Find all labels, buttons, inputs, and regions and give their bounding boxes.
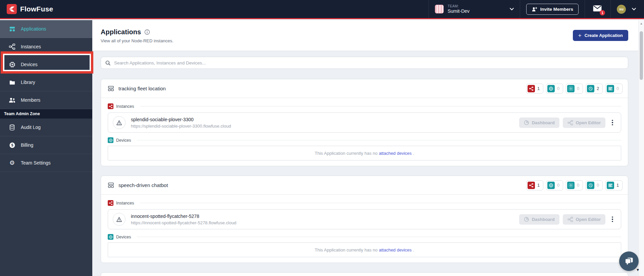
sidebar-nav: Applications Instances Devices (0, 20, 92, 276)
sidebar-item-instances[interactable]: Instances (0, 38, 92, 56)
chip-icon (108, 137, 113, 143)
sidebar-item-members[interactable]: Members (0, 91, 92, 109)
instance-row[interactable]: splendid-sociable-plover-3300 https://sp… (108, 112, 621, 133)
invite-members-label: Invite Members (540, 7, 573, 12)
kebab-menu-icon[interactable] (609, 119, 616, 127)
sidebar-item-library[interactable]: Library (0, 74, 92, 91)
node-red-icon (108, 103, 113, 109)
devices-icon (9, 61, 15, 68)
sidebar-item-label: Audit Log (21, 125, 41, 130)
dollar-icon: $ (9, 142, 15, 148)
snapshots-count-badge: 2 (586, 84, 603, 94)
attached-devices-link[interactable]: attached devices (379, 151, 412, 156)
application-name[interactable]: tracking fleet location (118, 86, 166, 91)
create-application-label: Create Application (585, 33, 623, 38)
sidebar-item-applications[interactable]: Applications (0, 20, 92, 38)
person-plus-icon (532, 6, 537, 12)
team-switcher[interactable]: TEAM: Sumit-Dev (429, 0, 520, 18)
instance-name[interactable]: splendid-sociable-plover-3300 (131, 117, 231, 122)
main-content: Applications View all of your Node-RED i… (92, 20, 638, 276)
brand-name: FlowFuse (20, 5, 53, 13)
pie-chart-icon (524, 120, 529, 125)
notification-badge: 1 (600, 10, 605, 15)
search-bar (101, 57, 628, 69)
folder-icon (9, 79, 15, 86)
dashboard-button[interactable]: Dashboard (519, 118, 559, 128)
user-avatar[interactable]: su (617, 5, 626, 14)
attached-devices-link[interactable]: attached devices (379, 247, 412, 252)
application-card-header[interactable]: tracking fleet location 1 (101, 79, 628, 98)
sidebar-item-label: Devices (21, 62, 38, 67)
sidebar-item-label: Members (21, 97, 40, 103)
instance-name[interactable]: innocent-spotted-flycatcher-5278 (131, 214, 236, 219)
sidebar-item-billing[interactable]: $ Billing (0, 136, 92, 154)
kebab-menu-icon[interactable] (609, 215, 616, 224)
sidebar-item-label: Billing (21, 142, 33, 148)
device-group-icon (567, 182, 575, 189)
application-badges: 1 0 (526, 180, 623, 190)
chat-widget-button[interactable] (619, 251, 639, 271)
applications-icon (9, 26, 15, 32)
application-card-header[interactable]: speech-driven chatbot 1 (101, 176, 628, 195)
scrollbar-thumb[interactable] (640, 31, 643, 80)
open-editor-button[interactable]: Open Editor (563, 118, 605, 128)
open-editor-label: Open Editor (576, 217, 601, 222)
page-subtitle: View all of your Node-RED instances. (101, 38, 174, 43)
application-card: test 3 (101, 272, 628, 276)
invite-members-button[interactable]: Invite Members (526, 4, 579, 15)
instance-status-icon (113, 213, 126, 226)
sidebar-item-audit-log[interactable]: Audit Log (0, 119, 92, 136)
chip-icon (547, 85, 555, 92)
divider (140, 203, 621, 203)
chat-caret-icon[interactable]: ▾ (637, 267, 639, 272)
application-icon (108, 85, 114, 92)
notifications-button[interactable]: 1 (593, 5, 602, 13)
instances-section-label: Instances (116, 201, 134, 205)
instances-count-badge: 1 (526, 180, 543, 190)
node-red-icon (528, 182, 535, 189)
user-menu-chevron-icon[interactable] (632, 8, 636, 10)
device-groups-count-badge: 0 (566, 84, 583, 94)
sidebar-item-devices[interactable]: Devices (0, 56, 92, 74)
node-red-flow-icon (567, 120, 573, 126)
device-group-icon (567, 85, 575, 92)
sidebar-item-label: Applications (21, 26, 46, 32)
application-card: tracking fleet location 1 (101, 79, 628, 166)
scrollbar-up-arrow[interactable]: ▲ (639, 22, 644, 25)
vertical-scrollbar[interactable]: ▲ (638, 20, 644, 276)
dashboard-label: Dashboard (532, 120, 555, 125)
team-label: TEAM: (448, 4, 469, 8)
team-avatar (435, 5, 444, 13)
chat-bubbles-icon (624, 257, 634, 266)
instances-count-badge: 1 (526, 84, 543, 94)
flowfuse-logo[interactable]: FlowFuse (7, 4, 53, 14)
team-name: Sumit-Dev (448, 8, 469, 14)
divider (137, 140, 621, 140)
instances-section-header: Instances (108, 200, 621, 206)
pipelines-icon (607, 182, 614, 189)
divider (140, 106, 621, 106)
open-editor-label: Open Editor (576, 120, 601, 125)
chip-icon (108, 234, 113, 240)
node-red-icon (108, 200, 113, 206)
no-devices-message: This Application currently has no attach… (108, 146, 621, 160)
node-red-icon (528, 85, 535, 92)
instances-section-label: Instances (116, 104, 134, 109)
info-icon[interactable] (144, 29, 150, 35)
devices-section-label: Devices (116, 138, 131, 143)
sidebar-item-team-settings[interactable]: ⚙ Team Settings (0, 154, 92, 172)
chevron-down-icon (510, 8, 514, 10)
search-input[interactable] (114, 60, 624, 65)
pie-chart-icon (524, 217, 529, 222)
application-card-header[interactable]: test 3 (101, 273, 628, 276)
instances-section-header: Instances (108, 103, 621, 109)
open-editor-button[interactable]: Open Editor (563, 214, 605, 225)
instance-url: https://innocent-spotted-flycatcher-5278… (131, 220, 236, 225)
application-badges: 1 0 (526, 84, 623, 94)
clock-icon (587, 85, 594, 92)
create-application-button[interactable]: + Create Application (573, 30, 628, 41)
application-card: speech-driven chatbot 1 (101, 176, 628, 263)
dashboard-button[interactable]: Dashboard (519, 214, 559, 225)
instance-row[interactable]: innocent-spotted-flycatcher-5278 https:/… (108, 209, 621, 229)
application-name[interactable]: speech-driven chatbot (118, 182, 168, 188)
